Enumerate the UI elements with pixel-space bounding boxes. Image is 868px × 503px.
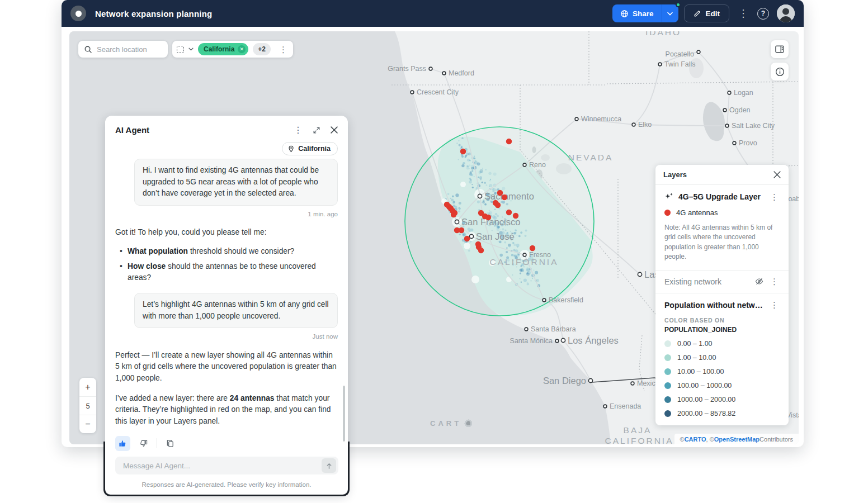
map-info-button[interactable] [771,63,789,80]
map-city-marker [478,194,482,198]
legend-item: 1000.00 – 2000.00 [664,396,780,404]
map-city-label: Elko [638,121,652,129]
chevron-down-icon[interactable] [188,48,194,51]
map-city-label: Santa Mónica [510,337,553,345]
antenna-dot[interactable] [478,248,484,253]
layer-name: 4G–5G Upgrade Layer [678,192,764,201]
layer-options-icon[interactable]: ⋮ [769,277,780,286]
map-city-marker [697,50,700,54]
map-city-marker [523,253,526,257]
close-icon[interactable] [773,171,781,178]
legend-item: 1.00 – 10.00 [664,354,780,362]
chat-scrollbar[interactable] [343,386,345,442]
toggle-panel-button[interactable] [771,40,789,58]
layers-title: Layers [663,170,687,179]
layer-options-icon[interactable]: ⋮ [769,301,780,309]
zoom-level: 5 [79,396,96,415]
map-city-label: Ogden [729,106,751,114]
antenna-dot[interactable] [506,210,512,215]
chat-options-icon[interactable]: ⋮ [294,125,303,135]
layer-options-icon[interactable]: ⋮ [769,193,780,201]
chat-input[interactable]: Message AI Agent... [115,457,338,474]
antenna-dot[interactable] [506,139,512,144]
map-state-label: BAJA [624,425,652,435]
map-city-marker [658,63,662,66]
filter-options-icon[interactable]: ⋮ [278,45,289,54]
info-icon [775,67,785,77]
antenna-dot[interactable] [513,213,518,219]
legend-color-swatch [664,396,671,403]
layout-panel-icon [775,45,784,53]
app-window: Network expansion planning Share [62,0,804,447]
share-dropdown-button[interactable] [662,4,678,22]
map-city-label: San José [476,231,515,241]
chat-input-placeholder: Message AI Agent... [123,462,322,470]
thumbs-down-button[interactable] [136,436,151,451]
send-button[interactable] [322,458,336,473]
legend-item: 100.00 – 1000.00 [664,382,780,390]
layers-panel: Layers 4G–5G Upgrade Layer ⋮ 4G antennas… [655,165,789,425]
spatial-filter-bar: California ✕ +2 ⋮ [172,41,293,58]
user-message: Hi. I want to find existing 4G antennas … [134,159,338,206]
close-icon[interactable] [331,126,338,134]
color-legend: 0.00 – 1.00 1.00 – 10.00 10.00 – 100.00 … [664,340,780,417]
antenna-dot[interactable] [464,236,470,241]
filter-chip-california[interactable]: California ✕ [198,43,248,55]
help-icon[interactable]: ? [757,8,769,20]
copy-button[interactable] [163,436,178,451]
agent-bullet: How close should the antennas be to thes… [115,261,338,284]
thumbs-up-button[interactable] [115,436,130,451]
legend-color-swatch [664,354,671,361]
map-city-label: Pocatello [666,50,694,58]
map-city-label: Grants Pass [388,65,426,73]
antenna-legend-label: 4G antennas [676,208,718,217]
zoom-out-button[interactable]: − [79,415,96,433]
map-city-marker [588,378,592,382]
visibility-off-icon[interactable] [754,277,764,286]
antenna-dot[interactable] [459,227,464,233]
more-filters-chip[interactable]: +2 [253,43,271,55]
draw-selection-icon[interactable] [177,46,184,53]
antenna-dot[interactable] [451,212,456,217]
map-city-marker [575,117,578,121]
share-split-button: Share [612,4,678,22]
antenna-dot[interactable] [530,245,535,251]
carto-logo-icon[interactable] [70,6,86,21]
share-button[interactable]: Share [612,4,662,22]
agent-bullet: What population threshold should we cons… [115,246,338,258]
openstreetmap-link[interactable]: OpenStreetMap [714,436,760,443]
chevron-down-icon [667,12,673,16]
antenna-dot[interactable] [497,190,503,196]
avatar-photo [777,4,795,22]
context-chip-label: California [298,145,331,153]
more-options-icon[interactable]: ⋮ [735,8,752,18]
map-city-label: Provo [739,139,757,147]
layer-item-upgrade: 4G–5G Upgrade Layer ⋮ 4G antennas Note: … [655,185,789,270]
layer-name: Population without netwo... [664,301,764,310]
search-input[interactable]: Search location [97,45,147,54]
user-avatar[interactable] [777,4,795,22]
map-city-label: Fresno [529,251,551,259]
agent-message: Got it! To help you, could you please te… [115,227,338,284]
color-based-on-caption: COLOR BASED ON [664,317,780,324]
expand-icon[interactable] [313,126,320,134]
remove-filter-icon[interactable]: ✕ [238,45,246,53]
layer-item-population: Population without netwo... ⋮ COLOR BASE… [655,293,789,425]
antenna-dot[interactable] [485,215,491,220]
antenna-dot[interactable] [460,149,466,154]
map-city-label: Santa Bárbara [531,325,576,333]
carto-link[interactable]: CARTO [685,436,706,443]
antenna-dot[interactable] [495,202,501,208]
edit-button[interactable]: Edit [684,4,730,22]
antenna-dot[interactable] [502,194,507,200]
great-salt-lake [703,102,725,141]
map-city-label: Los Ángeles [568,335,619,345]
layer-name: Existing network [664,277,749,286]
map-city-label: Crescent City [417,88,459,96]
map-city-label: Winnemucca [581,115,621,123]
map-city-marker [555,339,559,343]
zoom-in-button[interactable]: + [79,378,96,396]
map-city-marker [632,123,635,126]
context-chip-california[interactable]: California [282,142,338,155]
search-location-bar[interactable]: Search location [78,41,168,58]
